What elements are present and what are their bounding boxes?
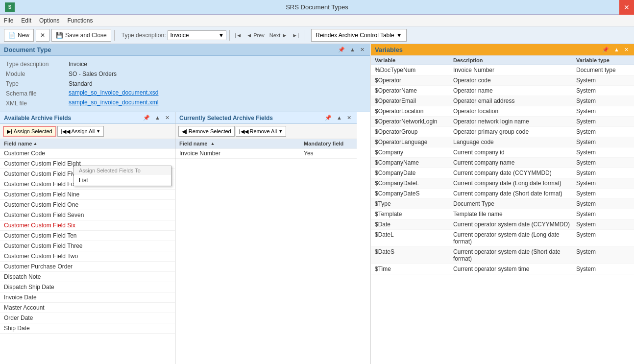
available-close-icon[interactable]: ✕ — [164, 114, 171, 121]
section-expand-icon[interactable]: ▲ — [348, 46, 357, 53]
variables-list[interactable]: %DocTypeNum Invoice Number Document type… — [371, 65, 634, 364]
table-row[interactable]: $DateL Current operator system date (Lon… — [371, 230, 634, 247]
table-row[interactable]: $Time Current operator system time Syste… — [371, 264, 634, 274]
available-panel-title: Available Archive Fields — [4, 115, 71, 121]
var-name: $OperatorEmail — [375, 97, 453, 104]
menu-options[interactable]: Options — [39, 17, 59, 24]
selected-close-icon[interactable]: ✕ — [345, 114, 353, 121]
var-name: $CompanyDate — [375, 170, 453, 176]
type-desc-dropdown[interactable]: Invoice ▼ — [168, 30, 226, 40]
pin-icon[interactable]: 📌 — [337, 46, 346, 53]
title-bar: S SRS Document Types ✕ — [0, 0, 634, 15]
table-row[interactable]: $Company Current company id System — [371, 147, 634, 158]
list-item[interactable]: Invoice Date — [0, 292, 175, 303]
table-row[interactable]: $OperatorEmail Operator email address Sy… — [371, 96, 634, 106]
list-item[interactable]: Customer Custom Field Two — [0, 251, 175, 262]
dropdown-list-item[interactable]: List — [74, 175, 171, 186]
prev-button[interactable]: ◄ Prev — [244, 31, 267, 39]
menu-functions[interactable]: Functions — [67, 17, 93, 24]
assign-all-icon: |◀◀ — [61, 128, 70, 135]
type-field-label: Type — [6, 79, 65, 88]
var-description: Current operator system time — [453, 266, 576, 272]
table-row[interactable]: $OperatorLocation Operator location Syst… — [371, 106, 634, 117]
var-description: Current company date (Short date format) — [453, 190, 576, 197]
var-description: Current company date (Long date format) — [453, 180, 576, 187]
navigation-controls: |◄ ◄ Prev Next ► ►| — [233, 31, 301, 39]
available-pin-icon[interactable]: 📌 — [142, 114, 151, 121]
variables-expand-icon[interactable]: ▲ — [612, 46, 621, 53]
next-button[interactable]: Next ► — [268, 31, 290, 39]
selected-field-list[interactable]: Invoice Number Yes — [175, 148, 357, 364]
remove-selected-button[interactable]: ◀| Remove Selected — [178, 126, 235, 137]
var-description: Invoice Number — [453, 67, 576, 73]
list-item[interactable]: Dispatch Note — [0, 272, 175, 282]
list-item[interactable]: Customer Custom Field Seven — [0, 210, 175, 220]
schema-file-label: Schema file — [6, 89, 65, 98]
table-row[interactable]: $CompanyDateL Current company date (Long… — [371, 178, 634, 189]
var-description: Current company date (CCYYMMDD) — [453, 170, 576, 176]
list-item[interactable]: Customer Purchase Order — [0, 262, 175, 272]
menu-file[interactable]: File — [4, 17, 13, 24]
document-type-section: Document Type 📌 ▲ ✕ Type description Inv… — [0, 44, 370, 112]
table-row[interactable]: Invoice Number Yes — [175, 148, 357, 159]
variables-col-header: Variable Description Variable type — [371, 55, 634, 65]
delete-button[interactable]: ✕ — [36, 29, 49, 42]
last-button[interactable]: ►| — [290, 31, 301, 39]
table-row[interactable]: $OperatorName Operator name System — [371, 86, 634, 96]
section-close-icon[interactable]: ✕ — [359, 46, 366, 53]
table-row[interactable]: $CompanyDateS Current company date (Shor… — [371, 189, 634, 199]
var-name: $OperatorNetworkLogin — [375, 118, 453, 125]
table-row[interactable]: $OperatorLanguage Language code System — [371, 137, 634, 147]
window-close-button[interactable]: ✕ — [619, 0, 634, 15]
type-desc-label: Type description: — [122, 32, 166, 39]
save-close-button[interactable]: 💾 Save and Close — [51, 29, 111, 42]
assign-all-button[interactable]: |◀◀ Assign All ▼ — [57, 126, 104, 137]
list-item[interactable]: Customer Custom Field Nine — [0, 190, 175, 200]
table-row[interactable]: $Type Document Type System — [371, 199, 634, 209]
selected-pin-icon[interactable]: 📌 — [323, 114, 333, 121]
selected-field-name: Invoice Number — [179, 150, 304, 157]
table-row[interactable]: $CompanyDate Current company date (CCYYM… — [371, 168, 634, 178]
list-item[interactable]: Order Date — [0, 313, 175, 323]
remove-all-icon: |◀◀ — [239, 128, 248, 135]
document-type-grid: Type description Invoice Module SO - Sal… — [0, 56, 370, 112]
list-item[interactable]: Customer Custom Field One — [0, 200, 175, 210]
list-item[interactable]: Customer Code — [0, 148, 175, 159]
list-item[interactable]: Customer Custom Field Three — [0, 241, 175, 251]
variables-close-icon[interactable]: ✕ — [623, 46, 630, 53]
available-expand-icon[interactable]: ▲ — [153, 114, 162, 121]
table-row[interactable]: $Date Current operator system date (CCYY… — [371, 219, 634, 230]
table-row[interactable]: $Operator Operator code System — [371, 75, 634, 86]
menu-bar: File Edit Options Functions — [0, 15, 634, 26]
reindex-button[interactable]: Reindex Archive Control Table ▼ — [311, 29, 406, 42]
assign-selected-button[interactable]: ▶| Assign Selected — [3, 126, 56, 137]
list-item[interactable]: Customer Custom Field Ten — [0, 231, 175, 241]
var-col-type-label: Variable type — [576, 57, 630, 63]
table-row[interactable]: $Template Template file name System — [371, 209, 634, 219]
list-item[interactable]: Dispatch Ship Date — [0, 282, 175, 292]
var-name: $OperatorLocation — [375, 108, 453, 115]
menu-edit[interactable]: Edit — [21, 17, 31, 24]
table-row[interactable]: $OperatorGroup Operator primary group co… — [371, 127, 634, 137]
dropdown-header-label: Assign Selected Fields To — [74, 166, 171, 175]
available-archive-panel: Available Archive Fields 📌 ▲ ✕ ▶| Assign… — [0, 112, 175, 364]
table-row[interactable]: $CompanyName Current company name System — [371, 158, 634, 168]
list-item[interactable]: Master Account — [0, 303, 175, 313]
schema-file-link[interactable]: sample_so_invoice_document.xsd — [69, 89, 364, 98]
var-col-description-label: Description — [453, 57, 576, 63]
selected-expand-icon[interactable]: ▲ — [335, 114, 343, 121]
var-type: System — [576, 159, 630, 166]
new-button[interactable]: 📄 New — [4, 29, 34, 42]
list-item[interactable]: Ship Date — [0, 323, 175, 334]
remove-all-button[interactable]: |◀◀ Remove All ▼ — [236, 126, 286, 137]
xml-file-link[interactable]: sample_so_invoice_document.xml — [69, 99, 364, 108]
table-row[interactable]: $DateS Current operator system date (Sho… — [371, 247, 634, 264]
list-item[interactable]: Customer Custom Field Six — [0, 220, 175, 231]
var-name: $OperatorGroup — [375, 128, 453, 135]
first-button[interactable]: |◄ — [233, 31, 244, 39]
table-row[interactable]: $OperatorNetworkLogin Operator network l… — [371, 117, 634, 127]
table-row[interactable]: %DocTypeNum Invoice Number Document type — [371, 65, 634, 75]
col-field-name-label: Field name ▲ — [179, 141, 304, 146]
variables-pin-icon[interactable]: 📌 — [601, 46, 610, 53]
type-desc-field-label: Type description — [6, 60, 65, 69]
